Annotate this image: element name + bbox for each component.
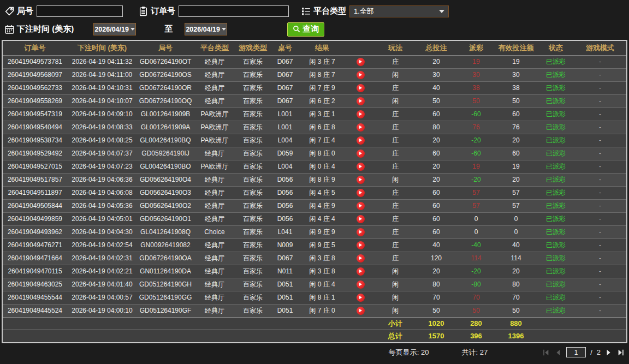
- play-video-icon[interactable]: [357, 176, 365, 184]
- result-cell: 闲 6 庄 8: [300, 121, 345, 134]
- grand-total-row: 总计 1570 396 1396: [3, 330, 626, 342]
- order-input[interactable]: [179, 5, 289, 17]
- platform-select[interactable]: 1.全部: [349, 5, 449, 17]
- last-page-icon[interactable]: [617, 349, 625, 356]
- status-cell: 已派彩: [538, 278, 574, 291]
- total-bet-cell: 60: [414, 225, 458, 238]
- order-no-cell: 260419049540494: [3, 121, 67, 134]
- order-no-cell: 260419049499859: [3, 212, 67, 225]
- round-no-cell: GD056264190O2: [137, 199, 194, 212]
- game-mode-cell: -: [574, 291, 626, 304]
- game-type-cell: 百家乐: [235, 278, 270, 291]
- play-video-icon[interactable]: [357, 254, 365, 262]
- play-video-icon[interactable]: [357, 150, 365, 158]
- bet-time-cell: 2026-04-19 04:07:23: [67, 160, 137, 173]
- order-no-cell: 260419049527015: [3, 160, 67, 173]
- play-video-icon[interactable]: [357, 58, 365, 66]
- play-video-icon[interactable]: [357, 281, 365, 289]
- play-video-icon[interactable]: [357, 228, 365, 236]
- order-filter-label: 订单号: [151, 6, 175, 16]
- total-count-label: 共计: 27: [461, 348, 488, 357]
- bet-time-cell: 2026-04-19 04:04:30: [67, 225, 137, 238]
- bet-time-cell: 2026-04-19 04:08:25: [67, 134, 137, 147]
- play-video-icon[interactable]: [357, 71, 365, 79]
- result-cell: 闲 6 庄 2: [300, 94, 345, 108]
- bet-time-cell: 2026-04-19 04:05:36: [67, 199, 137, 212]
- table-no-cell: L001: [270, 121, 300, 134]
- platform-cell: PA欧洲厅: [194, 134, 235, 147]
- table-row: 2604190494998592026-04-19 04:05:01GD0562…: [3, 212, 626, 225]
- game-type-cell: 百家乐: [235, 108, 270, 121]
- platform-cell: 经典厅: [194, 265, 235, 278]
- round-no-cell: GD067264190OA: [137, 252, 194, 265]
- order-no-cell: 260419049529492: [3, 147, 67, 160]
- table-no-cell: D051: [270, 291, 300, 304]
- play-side-cell: 庄: [376, 160, 414, 173]
- play-video-icon[interactable]: [357, 215, 365, 223]
- next-page-icon[interactable]: [605, 349, 613, 356]
- order-no-cell: 260419049505844: [3, 199, 67, 212]
- play-video-icon[interactable]: [357, 241, 365, 249]
- play-side-cell: 庄: [376, 252, 414, 265]
- game-mode-cell: -: [574, 55, 626, 68]
- game-type-cell: 百家乐: [235, 147, 270, 160]
- play-video-icon[interactable]: [357, 307, 365, 315]
- game-type-cell: 百家乐: [235, 304, 270, 317]
- play-video-icon[interactable]: [357, 123, 365, 132]
- video-cell: [345, 291, 376, 304]
- play-side-cell: 闲: [376, 68, 414, 81]
- table-no-cell: D059: [270, 147, 300, 160]
- prev-page-icon[interactable]: [554, 349, 562, 356]
- game-mode-cell: -: [574, 186, 626, 199]
- play-video-icon[interactable]: [357, 84, 365, 92]
- first-page-icon[interactable]: [542, 349, 550, 356]
- query-button[interactable]: 查询: [287, 22, 324, 37]
- round-filter-label: 局号: [17, 6, 33, 16]
- col-bet-time: 下注时间 (美东): [67, 41, 137, 55]
- payout-cell: 114: [458, 252, 494, 265]
- valid-bet-cell: 0: [494, 212, 538, 225]
- play-video-icon[interactable]: [357, 267, 365, 276]
- game-mode-cell: -: [574, 265, 626, 278]
- play-video-icon[interactable]: [357, 163, 365, 171]
- platform-cell: 经典厅: [194, 252, 235, 265]
- total-bet-cell: 60: [414, 199, 458, 212]
- total-pages: 2: [597, 348, 601, 356]
- play-video-icon[interactable]: [357, 110, 365, 118]
- valid-bet-cell: 19: [494, 160, 538, 173]
- play-video-icon[interactable]: [357, 202, 365, 210]
- bet-time-cell: 2026-04-19 04:06:36: [67, 173, 137, 186]
- play-video-icon[interactable]: [357, 294, 365, 302]
- date-to-picker[interactable]: 2026/04/19: [185, 23, 227, 35]
- col-game-type: 游戏类型: [235, 41, 270, 55]
- payout-cell: 30: [458, 68, 494, 81]
- table-no-cell: D067: [270, 94, 300, 108]
- list-icon: [301, 6, 311, 16]
- platform-select-value: 1.全部: [354, 7, 374, 16]
- table-row: 2604190494701152026-04-19 04:02:21GN0112…: [3, 265, 626, 278]
- play-side-cell: 庄: [376, 121, 414, 134]
- game-type-cell: 百家乐: [235, 212, 270, 225]
- round-input[interactable]: [37, 5, 123, 17]
- payout-cell: -20: [458, 265, 494, 278]
- video-cell: [345, 278, 376, 291]
- status-cell: 已派彩: [538, 252, 574, 265]
- result-cell: 闲 4 庄 9: [300, 199, 345, 212]
- date-from-picker[interactable]: 2026/04/19: [93, 23, 136, 35]
- play-video-icon[interactable]: [357, 136, 365, 145]
- game-type-cell: 百家乐: [235, 186, 270, 199]
- play-video-icon[interactable]: [357, 189, 365, 197]
- col-table-no: 桌号: [270, 41, 300, 55]
- platform-cell: 经典厅: [194, 291, 235, 304]
- page-input[interactable]: [566, 347, 586, 357]
- payout-cell: -60: [458, 108, 494, 121]
- play-video-icon[interactable]: [357, 97, 365, 105]
- total-bet-cell: 40: [414, 238, 458, 252]
- table-no-cell: D056: [270, 186, 300, 199]
- subtotal-payout: 280: [458, 317, 494, 330]
- subtotal-row: 小计 1020 280 880: [3, 317, 626, 330]
- col-valid-bet: 有效投注额: [494, 41, 538, 55]
- table-row: 2604190495627332026-04-19 04:10:31GD0672…: [3, 81, 626, 94]
- game-mode-cell: -: [574, 304, 626, 317]
- col-round-no: 局号: [137, 41, 194, 55]
